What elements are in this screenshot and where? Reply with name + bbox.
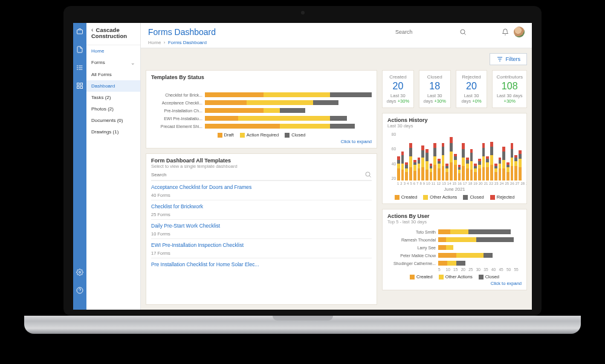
list-icon[interactable] xyxy=(76,64,83,71)
kpi-sub: Last 30 days +30% xyxy=(386,93,410,104)
svg-point-4 xyxy=(77,66,78,66)
camera-dot xyxy=(301,11,305,14)
template-list-panel: Form Dashboard All Templates Select to v… xyxy=(146,153,377,305)
briefcase-icon[interactable] xyxy=(76,28,83,35)
page-title: Forms Dashboard xyxy=(148,27,395,37)
template-link: Acceptance Checklist for Doors and Frame… xyxy=(151,184,372,190)
legend-item: Created xyxy=(395,194,418,200)
sidebar-item-documents[interactable]: Documents (0) xyxy=(86,115,140,126)
sidebar: ‹ Cascade Construction Home Forms ⌄ All … xyxy=(86,23,141,310)
org-header[interactable]: ‹ Cascade Construction xyxy=(86,23,140,45)
sidebar-item-photos[interactable]: Photos (2) xyxy=(86,103,140,115)
bar xyxy=(490,142,493,180)
svg-rect-9 xyxy=(77,86,80,89)
template-list-item[interactable]: EWI Pre-Installation Inspection Checklis… xyxy=(151,238,372,258)
template-name: Pre-Installation Ch... xyxy=(151,109,202,113)
bar xyxy=(418,158,421,180)
user-name: Peter Malkie Chow xyxy=(387,254,436,258)
bell-icon[interactable] xyxy=(502,28,509,36)
template-list-item[interactable]: Acceptance Checklist for Doors and Frame… xyxy=(151,180,372,200)
back-chevron-icon: ‹ xyxy=(91,27,93,33)
template-search[interactable] xyxy=(151,169,372,180)
bar xyxy=(433,143,436,180)
user-name: Larry See xyxy=(387,246,436,250)
svg-rect-0 xyxy=(77,30,83,34)
svg-point-11 xyxy=(79,272,81,273)
kpi-label: Rejected xyxy=(460,74,484,80)
ah-title: Actions History xyxy=(387,117,522,123)
bar xyxy=(421,145,424,180)
user-name: Ramesh Thoondal xyxy=(387,238,436,242)
bar xyxy=(454,154,457,180)
legend-item: Draft xyxy=(218,132,234,138)
tbs-expand-link[interactable]: Click to expand xyxy=(151,139,372,144)
template-list-item[interactable]: Daily Pre-Start Work Checklist 10 Forms xyxy=(151,219,372,238)
bar xyxy=(499,158,502,180)
tbs-title: Templates By Status xyxy=(151,74,372,80)
main-area: Forms Dashboard Home › Forms Dashboa xyxy=(141,23,532,310)
filters-label: Filters xyxy=(506,56,521,62)
document-icon[interactable] xyxy=(76,46,83,53)
actions-history-panel: Actions History Last 30 days 80604020 12… xyxy=(382,113,527,204)
avatar[interactable] xyxy=(514,27,525,37)
template-name: Checklist for Brick... xyxy=(151,93,202,97)
ah-sub: Last 30 days xyxy=(387,123,522,129)
help-icon[interactable] xyxy=(76,287,83,294)
abu-sub: Top 5 - last 30 days xyxy=(387,219,522,225)
kpi-value: 18 xyxy=(423,80,447,93)
user-row: Larry See xyxy=(387,244,522,251)
legend-item: Closed xyxy=(285,132,305,138)
kpi-sub: Last 30 days +30% xyxy=(496,93,523,104)
bar xyxy=(442,143,445,180)
template-status-row: Pre-Installation Ch... xyxy=(151,107,372,114)
sidebar-item-forms[interactable]: Forms ⌄ xyxy=(86,57,140,69)
gear-icon[interactable] xyxy=(76,269,83,276)
template-link: Pre Installation Checklist for Home Sola… xyxy=(151,261,372,267)
abu-legend: CreatedOther ActionsClosed xyxy=(387,274,522,279)
abu-expand-link[interactable]: Click to expand xyxy=(387,281,522,286)
tl-sub: Select to view a single template dashboa… xyxy=(151,164,372,169)
template-search-input[interactable] xyxy=(151,172,364,177)
svg-line-15 xyxy=(464,33,465,34)
breadcrumb: Home › Forms Dashboard xyxy=(148,37,525,45)
template-status-row: EWI Pre-Installatio... xyxy=(151,115,372,122)
filters-button[interactable]: Filters xyxy=(490,53,528,65)
user-name: Toto Smith xyxy=(387,230,436,234)
template-link: Checklist for Brickwork xyxy=(151,203,372,209)
kpi-card[interactable]: Closed 18 Last 30 days +30% xyxy=(419,70,451,108)
legend-item: Closed xyxy=(479,274,499,279)
sidebar-item-home[interactable]: Home xyxy=(86,45,140,57)
kpi-card[interactable]: Rejected 20 Last 30 days +0% xyxy=(456,70,488,108)
svg-rect-10 xyxy=(80,86,83,89)
kpi-label: Closed xyxy=(423,74,447,80)
bar xyxy=(482,143,485,180)
template-list-item[interactable]: Checklist for Brickwork 25 Forms xyxy=(151,200,372,219)
kpi-value: 20 xyxy=(460,80,484,93)
sidebar-item-tasks[interactable]: Tasks (2) xyxy=(86,92,140,103)
template-name: EWI Pre-Installatio... xyxy=(151,117,202,121)
template-name: Acceptance Checkli... xyxy=(151,101,202,105)
template-list-item[interactable]: Pre Installation Checklist for Home Sola… xyxy=(151,258,372,272)
bar xyxy=(514,155,517,180)
search-input[interactable] xyxy=(395,29,456,35)
user-row: Peter Malkie Chow xyxy=(387,252,522,259)
bar xyxy=(494,164,497,180)
kpi-card[interactable]: Created 20 Last 30 days +30% xyxy=(382,70,414,108)
bar xyxy=(474,164,477,180)
bar xyxy=(450,137,453,180)
template-status-row: Acceptance Checkli... xyxy=(151,99,372,106)
sidebar-item-drawings[interactable]: Drawings (1) xyxy=(86,126,140,138)
kpi-label: Contributors xyxy=(496,74,523,80)
template-count: 25 Forms xyxy=(151,212,372,217)
user-row: Toto Smith xyxy=(387,228,522,235)
breadcrumb-home[interactable]: Home xyxy=(148,40,161,45)
global-search[interactable] xyxy=(395,28,498,36)
grid-icon[interactable] xyxy=(76,82,83,89)
kpi-card[interactable]: Contributors 108 Last 30 days +30% xyxy=(492,70,527,108)
sidebar-item-allforms[interactable]: All Forms xyxy=(86,69,140,80)
template-link: Daily Pre-Start Work Checklist xyxy=(151,223,372,229)
bar xyxy=(502,147,505,180)
bar xyxy=(430,164,433,180)
bar xyxy=(401,152,404,180)
sidebar-item-dashboard[interactable]: Dashboard xyxy=(86,80,140,92)
